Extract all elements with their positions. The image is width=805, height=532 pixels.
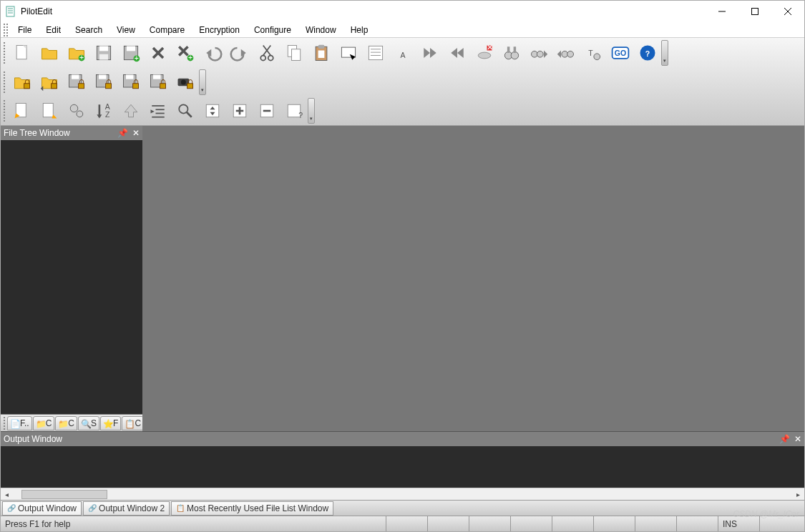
pin-icon[interactable]: 📌 xyxy=(117,128,128,138)
toolbar-grip[interactable] xyxy=(4,42,7,64)
file-tree-tab[interactable]: ⭐F xyxy=(100,416,121,430)
plus-box-icon[interactable] xyxy=(227,98,253,124)
minimize-button[interactable] xyxy=(706,1,738,22)
cancel-net-icon[interactable]: ✕ xyxy=(472,40,497,66)
file-tree-body[interactable] xyxy=(1,140,142,414)
open-folder-plus-icon[interactable]: + xyxy=(64,40,89,66)
paste-icon[interactable] xyxy=(308,40,334,66)
box-q-icon[interactable]: ? xyxy=(281,98,307,124)
save-icon[interactable] xyxy=(91,40,117,66)
close-button[interactable] xyxy=(771,1,804,22)
lock-disk4-icon[interactable] xyxy=(145,69,171,95)
pin-icon[interactable]: 📌 xyxy=(779,434,790,444)
find-icon[interactable] xyxy=(499,40,525,66)
file-tree-tab[interactable]: 📄F.. xyxy=(7,416,32,430)
collapse-icon[interactable] xyxy=(200,98,225,124)
find-next-icon[interactable] xyxy=(526,40,552,66)
tab-icon: 📁 xyxy=(36,419,44,428)
svg-rect-83 xyxy=(187,84,193,89)
svg-marker-59 xyxy=(557,51,561,59)
lock-disk-icon[interactable] xyxy=(64,69,89,95)
lock-disk2-icon[interactable] xyxy=(91,69,117,95)
output-tab[interactable]: 📋Most Recently Used File List Window xyxy=(171,501,333,516)
redo-icon[interactable] xyxy=(227,40,253,66)
menu-compare[interactable]: Compare xyxy=(142,24,192,36)
up-arrow-icon[interactable] xyxy=(118,98,144,124)
menu-edit[interactable]: Edit xyxy=(39,24,68,36)
scroll-thumb[interactable] xyxy=(21,490,107,499)
status-cell xyxy=(386,516,427,531)
menu-encryption[interactable]: Encryption xyxy=(192,24,247,36)
output-scrollbar[interactable]: ◂ ▸ xyxy=(1,488,804,500)
open-folder-icon[interactable] xyxy=(36,40,62,66)
file-tree-tab[interactable]: 🔍S xyxy=(78,416,99,430)
go-icon[interactable]: GO xyxy=(608,40,633,66)
output-tab[interactable]: 🔗Output Window xyxy=(2,501,82,516)
sort-az-icon[interactable]: AZ xyxy=(91,98,117,124)
svg-rect-32 xyxy=(292,49,301,61)
zoom-icon[interactable] xyxy=(172,98,198,124)
file-tree-tab[interactable]: 📋C xyxy=(122,416,144,430)
status-cell xyxy=(759,516,804,531)
file-tree-tab[interactable]: 📁C xyxy=(55,416,77,430)
menu-grip[interactable] xyxy=(4,24,8,36)
new-file-icon[interactable] xyxy=(9,40,35,66)
camera-lock-icon[interactable] xyxy=(172,69,198,95)
menu-configure[interactable]: Configure xyxy=(247,24,298,36)
menu-file[interactable]: File xyxy=(11,24,39,36)
close-x-icon[interactable] xyxy=(145,40,171,66)
reload-page2-icon[interactable] xyxy=(36,98,62,124)
font-icon[interactable]: A xyxy=(390,40,416,66)
menu-view[interactable]: View xyxy=(109,24,142,36)
toolbar-overflow-icon[interactable]: ▾ xyxy=(661,40,668,66)
copy-icon[interactable] xyxy=(281,40,307,66)
toolbar-grip[interactable] xyxy=(4,100,7,122)
gears-icon[interactable] xyxy=(64,98,89,124)
output-title: Output Window xyxy=(4,434,62,444)
svg-rect-80 xyxy=(160,84,166,89)
svg-text:?: ? xyxy=(645,49,650,58)
text-tool-icon[interactable]: T xyxy=(580,40,606,66)
lock-folder-icon[interactable] xyxy=(9,69,35,95)
toolbar-overflow-icon[interactable]: ▾ xyxy=(199,69,206,95)
editor-area[interactable] xyxy=(142,126,804,431)
minus-box-icon[interactable] xyxy=(254,98,280,124)
menu-help[interactable]: Help xyxy=(343,24,376,36)
svg-line-101 xyxy=(187,112,192,117)
next-double-icon[interactable] xyxy=(417,40,443,66)
svg-rect-86 xyxy=(43,104,53,117)
svg-rect-14 xyxy=(99,54,108,60)
file-tree-tab[interactable]: 📁C xyxy=(33,416,55,430)
toolbar-overflow-icon[interactable]: ▾ xyxy=(308,98,315,124)
close-panel-icon[interactable]: ✕ xyxy=(132,128,140,138)
output-body[interactable] xyxy=(1,446,804,488)
close-all-x-icon[interactable]: + xyxy=(172,40,198,66)
menu-window[interactable]: Window xyxy=(298,24,343,36)
list-icon[interactable] xyxy=(363,40,389,66)
toolbar-row-1: +++A✕TGO?▾ xyxy=(1,38,804,68)
lock-folder2-icon[interactable] xyxy=(36,69,62,95)
scroll-left-icon[interactable]: ◂ xyxy=(1,488,13,501)
indent-icon[interactable] xyxy=(145,98,171,124)
cut-icon[interactable] xyxy=(254,40,280,66)
save-all-icon[interactable]: + xyxy=(118,40,144,66)
select-icon[interactable] xyxy=(336,40,361,66)
find-prev-icon[interactable] xyxy=(553,40,579,66)
scroll-right-icon[interactable]: ▸ xyxy=(792,488,804,501)
output-tab[interactable]: 🔗Output Window 2 xyxy=(83,501,170,516)
toolbar-grip[interactable] xyxy=(4,72,7,93)
close-panel-icon[interactable]: ✕ xyxy=(794,434,801,444)
svg-rect-71 xyxy=(79,84,84,89)
app-icon xyxy=(5,6,16,17)
lock-disk3-icon[interactable] xyxy=(118,69,144,95)
help-icon[interactable]: ? xyxy=(635,40,660,66)
prev-double-icon[interactable] xyxy=(444,40,470,66)
svg-point-88 xyxy=(70,104,78,112)
undo-icon[interactable] xyxy=(200,40,225,66)
svg-rect-16 xyxy=(127,46,135,51)
reload-page-icon[interactable] xyxy=(9,98,35,124)
tree-tabs-grip[interactable] xyxy=(4,417,5,430)
maximize-button[interactable] xyxy=(738,1,771,22)
toolbar-row-3: AZ?▾ xyxy=(1,97,804,125)
menu-search[interactable]: Search xyxy=(68,24,109,36)
